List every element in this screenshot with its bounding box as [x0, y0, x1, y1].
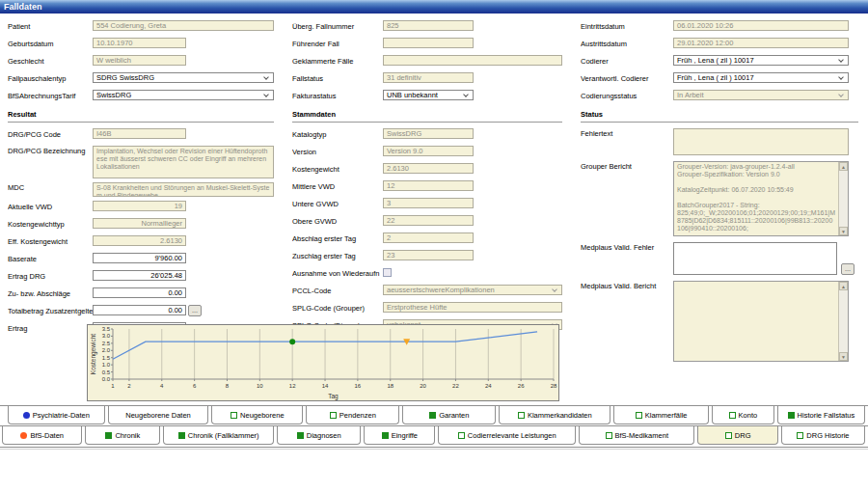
tab-chronik[interactable]: Chronik	[85, 426, 160, 445]
select-value: Früh , Lena ( zil ) 10017	[677, 56, 754, 65]
mittlere-vwd-field: 12	[383, 180, 474, 191]
tab-diagnosen[interactable]: Diagnosen	[277, 426, 361, 445]
fakturastatus-select[interactable]: UNB unbekannt	[383, 90, 474, 100]
green-square-filled-icon	[788, 412, 795, 419]
column-middle: Überg. Fallnummer 825 Führender Fall Gek…	[292, 20, 562, 337]
baserate-label: Baserate	[8, 254, 93, 263]
green-square-filled-icon	[429, 412, 436, 419]
tab-label: Garanten	[439, 411, 469, 420]
patient-field: 554 Codierung, Greta	[93, 20, 274, 31]
scroll-down-icon[interactable]: ▼	[839, 352, 848, 361]
mittlere-vwd-label: Mittlere VWD	[292, 181, 383, 191]
scrollbar[interactable]: ▲ ▼	[838, 282, 848, 361]
patient-label: Patient	[8, 21, 93, 31]
svg-text:3.5: 3.5	[102, 326, 111, 332]
tab-garanten[interactable]: Garanten	[402, 406, 496, 424]
zusatzentgelte-input[interactable]: 0.00	[93, 305, 186, 315]
select-value: SDRG SwissDRG	[96, 73, 154, 82]
tab-label: Diagnosen	[307, 431, 341, 440]
tab-bfs-medikament[interactable]: BfS-Medikament	[579, 426, 694, 445]
mdc-label: MDC	[8, 182, 93, 192]
kostengewichttyp-label: Kostengewichttyp	[8, 219, 93, 229]
row-zuschlag-tag: Zuschlag erster Tag 23	[292, 250, 562, 260]
row-medplaus-fehler: Medplaus Valid. Fehler ...	[581, 242, 858, 275]
tab-label: Klammerkandidaten	[528, 411, 592, 420]
codierer-select[interactable]: Früh , Lena ( zil ) 10017	[673, 55, 849, 66]
svg-text:4: 4	[160, 383, 164, 389]
medplaus-valid-fehler-area[interactable]	[673, 242, 837, 275]
scroll-up-icon[interactable]: ▲	[839, 282, 848, 290]
select-value: aeusserstschwereKomplikationen	[387, 286, 495, 294]
austrittsdatum-label: Austrittsdatum	[581, 39, 673, 48]
row-splg-grouper: SPLG-Code (Grouper) Erstprothese Hüfte	[292, 302, 562, 313]
tab-label: BfS-Medikament	[615, 431, 668, 440]
splg-grouper-label: SPLG-Code (Grouper)	[292, 303, 383, 313]
tab-drg[interactable]: DRG	[697, 426, 777, 445]
obere-gvwd-label: Obere GVWD	[292, 216, 383, 226]
tab-drg-historie[interactable]: DRG Historie	[781, 426, 865, 445]
zu-abschlaege-input[interactable]: 0.00	[93, 287, 186, 298]
svg-text:3.0: 3.0	[102, 333, 111, 339]
drg-pcg-bezeichnung-area: Implantation, Wechsel oder Revision eine…	[93, 146, 274, 178]
tab-neugeborene-daten[interactable]: Neugeborene Daten	[108, 406, 209, 424]
aktuelle-vwd-label: Aktuelle VWD	[8, 202, 93, 211]
codierungsstatus-select: In Arbeit	[673, 90, 849, 100]
scrollbar[interactable]: ▲ ▼	[838, 162, 848, 235]
green-square-filled-icon	[297, 432, 304, 439]
row-geklammerte-faelle: Geklammerte Fälle	[292, 55, 562, 66]
abschlag-tag-label: Abschlag erster Tag	[292, 233, 383, 243]
tab-label: Neugeborene Daten	[125, 411, 191, 420]
tab-label: DRG Historie	[806, 431, 849, 440]
row-abschlaege: Zu- bzw. Abschläge 0.00	[8, 287, 274, 298]
pccl-code-select: aeusserstschwereKomplikationen	[383, 285, 562, 295]
tab-klammerkandidaten[interactable]: Klammerkandidaten	[499, 406, 610, 424]
tab-historie-fallstatus[interactable]: Historie Fallstatus	[777, 406, 865, 424]
tab-label: Klammerfälle	[645, 411, 688, 420]
row-geschlecht: Geschlecht W weiblich	[8, 55, 274, 66]
grouper-bericht-text: Grouper-Version: java-grouper-1.2.4-all …	[673, 161, 849, 236]
bfs-abrechnungstarif-select[interactable]: SwissDRG	[93, 90, 274, 100]
tab-konto[interactable]: Konto	[712, 406, 774, 424]
svg-text:14: 14	[322, 383, 329, 389]
tab-codierrelevante-leistungen[interactable]: Codierrelevante Leistungen	[438, 426, 576, 445]
fehlertext-label: Fehlertext	[581, 128, 673, 138]
tab-neugeborene[interactable]: Neugeborene	[211, 406, 303, 424]
row-drg-code: DRG/PCG Code I46B	[8, 128, 274, 139]
geburtsdatum-field: 10.10.1970	[93, 38, 186, 48]
chevron-down-icon	[263, 74, 269, 80]
scroll-up-icon[interactable]: ▲	[839, 162, 848, 171]
kostengewicht-label: Kostengewicht	[292, 164, 383, 174]
scroll-down-icon[interactable]: ▼	[839, 227, 848, 235]
version-label: Version	[292, 147, 383, 156]
verantwortlicher-codierer-select[interactable]: Früh , Lena ( zil ) 10017	[673, 72, 849, 83]
tab-label: Eingriffe	[392, 431, 418, 440]
medplaus-fehler-more-button[interactable]: ...	[841, 263, 854, 275]
geburtsdatum-label: Geburtsdatum	[8, 39, 93, 48]
tab-eingriffe[interactable]: Eingriffe	[364, 426, 435, 445]
row-austrittsdatum: Austrittsdatum 29.01.2020 12:00	[581, 38, 858, 48]
tab-bfs-daten[interactable]: BfS-Daten	[2, 426, 82, 445]
ertrag-drg-input[interactable]: 26'025.48	[93, 270, 186, 281]
geklammerte-faelle-label: Geklammerte Fälle	[292, 56, 383, 66]
tab-psychiatrie-daten[interactable]: Psychiatrie-Daten	[8, 406, 105, 424]
splg-code-grouper-field: Erstprothese Hüfte	[383, 302, 562, 313]
ausnahme-label: Ausnahme von Wiederaufn	[292, 268, 383, 278]
row-drg-bezeichnung: DRG/PCG Bezeichnung Implantation, Wechse…	[8, 146, 274, 178]
baserate-input[interactable]: 9'960.00	[93, 253, 186, 263]
chevron-down-icon	[263, 92, 269, 97]
svg-text:10: 10	[257, 383, 263, 389]
tab-chronik-fallklammer[interactable]: Chronik (Fallklammer)	[163, 426, 274, 445]
zusatzentgelte-more-button[interactable]: ...	[188, 305, 202, 316]
svg-text:28: 28	[551, 383, 557, 389]
zuschlag-erster-tag-field: 23	[383, 250, 474, 260]
kostengewicht-field: 2.6130	[383, 163, 474, 174]
row-katalogtyp: Katalogtyp SwissDRG	[292, 128, 562, 139]
bottom-divider	[0, 447, 868, 450]
page-title: Falldaten	[4, 2, 42, 12]
section-status: Status	[581, 107, 858, 123]
tab-pendenzen[interactable]: Pendenzen	[306, 406, 399, 424]
svg-text:Tag: Tag	[328, 393, 339, 400]
fallpauschalentyp-select[interactable]: SDRG SwissDRG	[93, 72, 274, 83]
kostengewichttyp-field: Normallieger	[93, 218, 186, 229]
tab-klammerf-lle[interactable]: Klammerfälle	[613, 406, 709, 424]
